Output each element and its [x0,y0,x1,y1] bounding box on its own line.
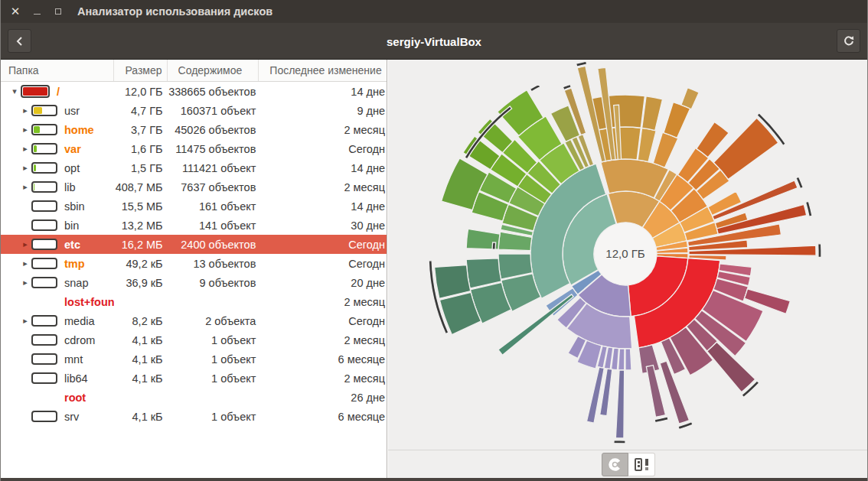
cell-contents: 338665 объектов [168,82,259,101]
table-row[interactable]: ▸tmp49,2 кБ13 объектовСегодн [1,254,387,273]
expander-closed-icon[interactable]: ▸ [19,125,31,135]
column-header-modified[interactable]: Последнее изменение [259,60,387,81]
refresh-button[interactable] [837,29,860,53]
table-row[interactable]: ▸snap36,9 кБ9 объектов20 дне [1,273,387,292]
cell-modified: 2 месяц [259,177,387,197]
cell-size: 4,1 кБ [114,407,168,426]
cell-size: 16,2 МБ [114,235,168,254]
table-row[interactable]: root26 дне [1,388,387,407]
rings-chart-toggle[interactable] [602,453,628,476]
usage-bar-icon [31,353,57,365]
minimize-icon[interactable] [31,6,42,17]
cell-contents: 45026 объектов [168,120,259,139]
table-row[interactable]: ▸var1,6 ГБ11475 объектовСегодн [1,139,387,158]
cell-size: 13,2 МБ [114,216,168,235]
chart-segment[interactable] [642,96,663,131]
cell-contents: 1 объект [168,407,259,426]
chart-segment[interactable] [492,242,496,249]
app-window: ✕ Анализатор использования дисков sergiy… [0,0,868,481]
expander-closed-icon[interactable]: ▸ [19,182,31,192]
chart-segment[interactable] [681,88,699,109]
cell-size [114,292,168,311]
cell-size: 1,5 ГБ [114,158,168,177]
chart-segment[interactable] [618,349,625,370]
refresh-icon [842,34,856,48]
folder-name: lib [64,181,76,193]
table-row[interactable]: cdrom4,1 кБ1 объект2 месяц [1,330,387,349]
location-title: sergiy-VirtualBox [1,23,867,60]
cell-contents [168,388,259,407]
cell-contents: 111421 объект [168,158,259,177]
cell-contents: 1 объект [168,369,259,388]
cell-modified: Сегодн [259,139,387,158]
chart-segment[interactable] [818,244,821,258]
column-header-contents[interactable]: Содержимое [168,60,259,81]
chart-segment[interactable] [654,417,668,423]
cell-modified: 14 дне [259,197,387,216]
cell-contents: 1 объект [168,330,259,349]
cell-size: 1,6 ГБ [114,139,168,158]
usage-bar-icon [31,219,57,231]
chart-segment[interactable] [664,102,690,138]
cell-contents: 1 объект [168,349,259,369]
usage-bar-icon [31,258,57,269]
cell-size: 36,9 кБ [114,273,168,292]
rings-chart-icon [608,457,622,472]
treemap-chart-icon [635,458,648,471]
expander-closed-icon[interactable]: ▸ [19,163,31,173]
expander-closed-icon[interactable]: ▸ [19,278,31,288]
titlebar: ✕ Анализатор использования дисков [1,0,867,23]
table-row[interactable]: bin13,2 МБ141 объект30 дне [1,216,387,235]
expander-open-icon[interactable]: ▾ [8,86,21,96]
chart-segment[interactable] [625,349,631,370]
treemap-chart-toggle[interactable] [628,453,655,476]
table-row[interactable]: srv4,1 кБ1 объект6 месяце [1,407,387,426]
cell-modified: Сегодн [259,235,387,254]
back-button[interactable] [8,29,31,53]
window-title: Анализатор использования дисков [77,5,272,18]
cell-contents: 141 объект [168,216,259,235]
column-header-size[interactable]: Размер [114,60,168,81]
expander-closed-icon[interactable]: ▸ [19,106,31,115]
table-row[interactable]: ▸home3,7 ГБ45026 объектов2 месяц [1,120,387,139]
cell-modified: 6 месяце [259,407,387,426]
column-header-folder[interactable]: Папка [1,60,114,81]
table-row[interactable]: ▸media8,2 кБ2 объектаСегодн [1,311,387,330]
cell-size: 49,2 кБ [114,254,168,273]
cell-modified: 2 месяц [259,330,387,349]
cell-size: 4,1 кБ [114,349,168,369]
expander-closed-icon[interactable]: ▸ [19,258,31,268]
table-row[interactable]: ▸lib408,7 МБ7637 объектов2 месяц [1,177,387,197]
table-row[interactable]: ▸etc16,2 МБ2400 объектовСегодн [1,235,387,254]
table-row[interactable]: ▸usr4,7 ГБ160371 объект9 дне [1,101,387,120]
cell-modified: 9 дне [259,101,387,120]
rings-chart-panel: 12,0 ГБ [388,60,868,450]
folder-name: cdrom [64,334,95,346]
usage-bar-icon [31,315,57,327]
folder-name: / [57,86,60,98]
expander-closed-icon[interactable]: ▸ [19,239,31,249]
folder-name: tmp [64,258,85,270]
chart-segment[interactable] [615,370,624,438]
cell-contents: 161 объект [168,197,259,216]
expander-closed-icon[interactable]: ▸ [19,144,31,154]
table-row[interactable]: lost+found2 месяц [1,292,387,311]
table-row[interactable]: lib644,1 кБ1 объект2 месяц [1,369,387,388]
folder-name: snap [64,277,88,289]
table-row[interactable]: sbin15,5 МБ161 объект14 дне [1,197,387,216]
table-row[interactable]: mnt4,1 кБ1 объект6 месяце [1,349,387,369]
table-row[interactable]: ▾/12,0 ГБ338665 объектов14 дне [1,82,387,101]
close-icon[interactable]: ✕ [10,6,21,17]
expander-closed-icon[interactable]: ▸ [19,316,31,326]
chart-segment[interactable] [614,440,625,444]
chart-segment[interactable] [653,132,678,167]
maximize-icon[interactable] [53,6,64,17]
chart-segment[interactable] [530,84,540,92]
cell-size: 12,0 ГБ [114,82,168,101]
folder-table-body: ▾/12,0 ГБ338665 объектов14 дне▸usr4,7 ГБ… [1,82,387,426]
cell-modified: Сегодн [259,254,387,273]
usage-bar-icon [21,85,50,98]
cell-size: 4,1 кБ [114,369,168,388]
table-row[interactable]: ▸opt1,5 ГБ111421 объект14 дне [1,158,387,177]
usage-bar-icon [31,277,57,288]
